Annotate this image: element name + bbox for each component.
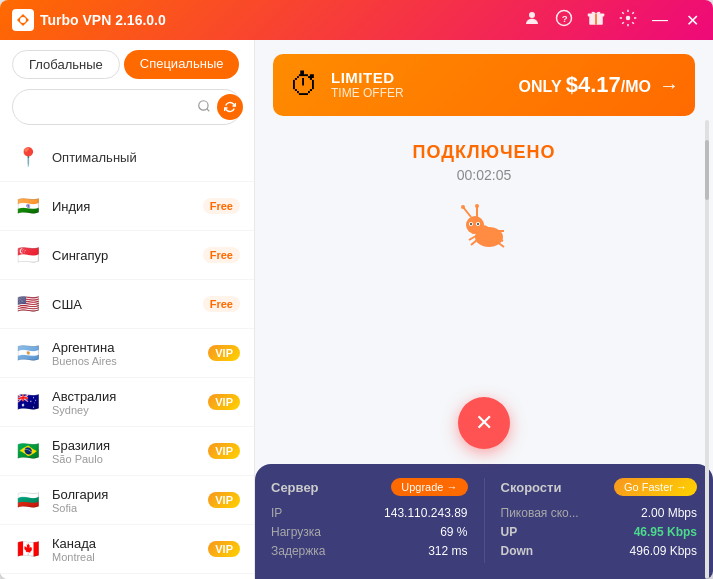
server-flag: 🇦🇷 <box>14 339 42 367</box>
server-flag: 🇧🇬 <box>14 486 42 514</box>
down-label: Down <box>501 544 534 558</box>
svg-point-8 <box>199 100 208 109</box>
server-flag: 🇦🇺 <box>14 388 42 416</box>
server-col-title: Сервер <box>271 480 319 495</box>
server-name: Индия <box>52 199 193 214</box>
svg-point-26 <box>477 223 479 225</box>
go-faster-button[interactable]: Go Faster → <box>614 478 697 496</box>
up-stat-row: UP 46.95 Kbps <box>501 525 698 539</box>
offer-arrow-icon: → <box>659 74 679 97</box>
gift-icon[interactable] <box>587 9 605 31</box>
disconnect-icon: ✕ <box>475 410 493 436</box>
refresh-button[interactable] <box>217 94 243 120</box>
list-item[interactable]: 🇧🇷 Бразилия São Paulo VIP <box>0 427 254 476</box>
minimize-button[interactable]: — <box>651 11 669 29</box>
search-icon[interactable] <box>197 99 211 116</box>
server-info: Бразилия São Paulo <box>52 438 198 465</box>
search-bar <box>12 89 242 125</box>
connection-timer: 00:02:05 <box>457 167 512 183</box>
title-bar-controls: ? — ✕ <box>523 9 701 31</box>
server-badge: Free <box>203 198 240 214</box>
main-content: Глобальные Специальные <box>0 40 713 579</box>
svg-point-25 <box>470 223 472 225</box>
list-item[interactable]: 🇦🇺 Австралия Sydney VIP <box>0 378 254 427</box>
list-item[interactable]: 🇦🇷 Аргентина Buenos Aires VIP <box>0 329 254 378</box>
server-flag: 🇧🇷 <box>14 437 42 465</box>
server-badge: Free <box>203 296 240 312</box>
user-icon[interactable] <box>523 9 541 31</box>
load-value: 69 % <box>440 525 467 539</box>
help-icon[interactable]: ? <box>555 9 573 31</box>
up-label: UP <box>501 525 518 539</box>
svg-point-16 <box>475 204 479 208</box>
server-info: Сингапур <box>52 248 193 263</box>
tab-special[interactable]: Специальные <box>124 50 240 79</box>
server-badge: VIP <box>208 541 240 557</box>
server-flag: 🇺🇸 <box>14 290 42 318</box>
server-city: Sofia <box>52 502 198 514</box>
scrollbar-thumb[interactable] <box>705 140 709 200</box>
server-badge: VIP <box>208 443 240 459</box>
server-name: Оптимальный <box>52 150 240 165</box>
server-name: Бразилия <box>52 438 198 453</box>
title-bar: Turbo VPN 2.16.0.0 ? <box>0 0 713 40</box>
scrollbar[interactable] <box>705 120 709 579</box>
server-city: Montreal <box>52 551 198 563</box>
server-flag: 📍 <box>14 143 42 171</box>
svg-point-15 <box>461 205 465 209</box>
server-name: Канада <box>52 536 198 551</box>
server-stats-col: Сервер Upgrade → IP 143.110.243.89 Нагру… <box>271 478 468 563</box>
list-item[interactable]: 📍 Оптимальный <box>0 133 254 182</box>
svg-point-7 <box>626 16 631 21</box>
list-item[interactable]: 🇸🇬 Сингапур Free <box>0 231 254 280</box>
right-panel: ⏱ LIMITED TIME OFFER ONLY $4.17/MO → ПОД… <box>255 40 713 579</box>
offer-banner[interactable]: ⏱ LIMITED TIME OFFER ONLY $4.17/MO → <box>273 54 695 116</box>
server-name: Сингапур <box>52 248 193 263</box>
offer-price: ONLY $4.17/MO <box>519 72 651 98</box>
server-info: Аргентина Buenos Aires <box>52 340 198 367</box>
peak-value: 2.00 Mbps <box>641 506 697 520</box>
server-name: Болгария <box>52 487 198 502</box>
speed-stats-header: Скорости Go Faster → <box>501 478 698 496</box>
svg-line-9 <box>207 108 210 111</box>
disconnect-button[interactable]: ✕ <box>458 397 510 449</box>
speed-col-title: Скорости <box>501 480 562 495</box>
stats-panel: Сервер Upgrade → IP 143.110.243.89 Нагру… <box>255 464 713 579</box>
latency-label: Задержка <box>271 544 326 558</box>
list-item[interactable]: 🇺🇸 США Free <box>0 280 254 329</box>
settings-icon[interactable] <box>619 9 637 31</box>
server-badge: VIP <box>208 492 240 508</box>
latency-stat-row: Задержка 312 ms <box>271 544 468 558</box>
app-window: Turbo VPN 2.16.0.0 ? <box>0 0 713 579</box>
server-city: São Paulo <box>52 453 198 465</box>
server-list: 📍 Оптимальный 🇮🇳 Индия Free 🇸🇬 <box>0 133 254 579</box>
load-label: Нагрузка <box>271 525 321 539</box>
server-name: США <box>52 297 193 312</box>
server-info: Оптимальный <box>52 150 240 165</box>
title-bar-logo: Turbo VPN 2.16.0.0 <box>12 9 523 31</box>
server-city: Buenos Aires <box>52 355 198 367</box>
list-item[interactable]: 🇧🇬 Болгария Sofia VIP <box>0 476 254 525</box>
down-value: 496.09 Kbps <box>630 544 697 558</box>
tab-global[interactable]: Глобальные <box>12 50 120 79</box>
upgrade-button[interactable]: Upgrade → <box>391 478 467 496</box>
server-badge: Free <box>203 247 240 263</box>
server-flag: 🇨🇦 <box>14 535 42 563</box>
search-input[interactable] <box>23 100 191 115</box>
close-button[interactable]: ✕ <box>683 11 701 30</box>
server-badge: VIP <box>208 345 240 361</box>
server-name: Аргентина <box>52 340 198 355</box>
server-flag: 🇮🇳 <box>14 192 42 220</box>
server-city: Sydney <box>52 404 198 416</box>
server-name: Австралия <box>52 389 198 404</box>
peak-label: Пиковая ско... <box>501 506 579 520</box>
list-item[interactable]: 🇮🇳 Индия Free <box>0 182 254 231</box>
offer-subtitle: TIME OFFER <box>331 86 519 100</box>
server-stats-header: Сервер Upgrade → <box>271 478 468 496</box>
offer-title: LIMITED <box>331 70 519 87</box>
connection-status: ПОДКЛЮЧЕНО <box>412 142 555 163</box>
sidebar-tabs: Глобальные Специальные <box>0 40 254 89</box>
list-item[interactable]: 🇨🇦 Канада Montreal VIP <box>0 525 254 574</box>
down-stat-row: Down 496.09 Kbps <box>501 544 698 558</box>
load-stat-row: Нагрузка 69 % <box>271 525 468 539</box>
